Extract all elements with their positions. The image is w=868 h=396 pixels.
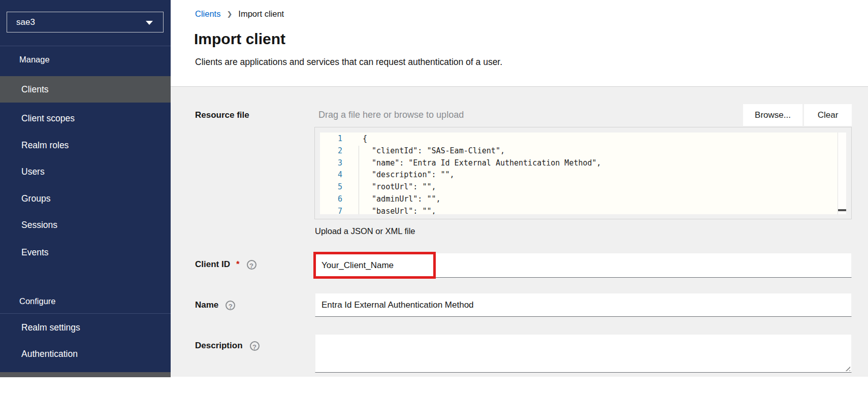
file-drop-zone[interactable]: Drag a file here or browse to upload (318, 104, 464, 126)
nav-group-manage: Manage (19, 55, 50, 64)
label-text: Client ID (195, 259, 230, 270)
description-label: Description ? (195, 341, 260, 351)
browse-button[interactable]: Browse... (743, 104, 802, 126)
sidebar-item-label: Sessions (21, 220, 57, 230)
sidebar-item-label: Events (21, 247, 49, 258)
required-asterisk: * (236, 259, 240, 270)
name-input[interactable]: Entra Id External Authentication Method (315, 293, 852, 317)
chevron-down-icon (146, 21, 153, 25)
line-number: 2 (320, 145, 342, 157)
sidebar-item-label: Realm roles (21, 140, 69, 151)
client-id-label: Client ID * ? (195, 259, 256, 270)
main-content: Clients ❯ Import client Import client Cl… (171, 0, 868, 396)
import-client-form: Resource file Drag a file here or browse… (171, 87, 868, 377)
code-line: 1{ (320, 133, 838, 145)
breadcrumb: Clients ❯ Import client (195, 9, 284, 19)
breadcrumb-clients-link[interactable]: Clients (195, 9, 220, 19)
sidebar-item-label: Realm settings (21, 322, 80, 333)
line-number: 3 (320, 157, 342, 170)
sidebar-item-label: Authentication (21, 349, 78, 359)
sidebar-item-sessions[interactable]: Sessions (0, 212, 171, 238)
label-text: Description (195, 341, 243, 351)
code-line: 4 "description": "", (320, 169, 838, 181)
textarea-resize-grip[interactable] (844, 365, 850, 371)
client-id-value: Your_Client_Name (322, 260, 394, 271)
page-subtitle: Clients are applications and services th… (195, 57, 502, 68)
code-line: 3 "name": "Entra Id External Authenticat… (320, 157, 838, 170)
realm-name: sae3 (16, 17, 35, 27)
resource-file-label: Resource file (195, 110, 249, 120)
label-text: Resource file (195, 110, 249, 120)
sidebar-item-realm-settings[interactable]: Realm settings (0, 314, 171, 341)
nav-group-configure: Configure (19, 296, 56, 306)
sidebar-scrollbar[interactable] (0, 372, 171, 377)
line-text: "rootUrl": "", (342, 181, 436, 193)
sidebar-item-label: Users (21, 167, 45, 177)
line-text: "clientId": "SAS-Eam-Client", (342, 145, 505, 157)
line-number: 1 (320, 133, 342, 145)
line-number: 6 (320, 193, 342, 206)
client-id-input[interactable]: Your_Client_Name (315, 253, 852, 278)
code-line: 6 "adminUrl": "", (320, 193, 838, 206)
keycloak-admin-console: sae3 Manage Clients Client scopes Realm … (0, 0, 868, 396)
sidebar-item-users[interactable]: Users (0, 158, 171, 185)
help-icon[interactable]: ? (226, 301, 235, 310)
code-lines: 1{ 2 "clientId": "SAS-Eam-Client", 3 "na… (320, 133, 838, 214)
line-number: 5 (320, 181, 342, 193)
sidebar-item-events[interactable]: Events (0, 239, 171, 266)
code-line: 2 "clientId": "SAS-Eam-Client", (320, 145, 838, 157)
upload-helper-text: Upload a JSON or XML file (315, 226, 415, 236)
line-text: { (342, 133, 367, 145)
file-drop-placeholder: Drag a file here or browse to upload (318, 110, 464, 120)
sidebar-divider (0, 46, 171, 46)
breadcrumb-current: Import client (238, 9, 284, 19)
sidebar-item-label: Clients (21, 84, 49, 95)
help-icon[interactable]: ? (250, 341, 260, 351)
sidebar-item-realm-roles[interactable]: Realm roles (0, 132, 171, 158)
help-icon[interactable]: ? (247, 260, 256, 270)
label-text: Name (195, 300, 218, 310)
sidebar-item-clients[interactable]: Clients (0, 76, 171, 103)
code-editor[interactable]: 1{ 2 "clientId": "SAS-Eam-Client", 3 "na… (314, 127, 852, 219)
editor-scrollbar-thumb[interactable] (838, 209, 846, 211)
line-text: "adminUrl": "", (342, 193, 441, 206)
breadcrumb-separator-icon: ❯ (227, 10, 232, 18)
editor-scrollbar-track[interactable] (838, 133, 846, 214)
code-editor-content[interactable]: 1{ 2 "clientId": "SAS-Eam-Client", 3 "na… (320, 133, 838, 214)
sidebar-divider (0, 313, 171, 314)
name-value: Entra Id External Authentication Method (322, 300, 474, 310)
line-text: "description": "", (342, 169, 455, 181)
realm-selector[interactable]: sae3 (7, 12, 164, 32)
sidebar-item-client-scopes[interactable]: Client scopes (0, 105, 171, 131)
code-line: 7 "baseUrl": "", (320, 206, 838, 214)
clear-button[interactable]: Clear (804, 104, 852, 126)
line-text: "name": "Entra Id External Authenticatio… (342, 157, 601, 170)
sidebar-item-authentication[interactable]: Authentication (0, 341, 171, 367)
code-line: 5 "rootUrl": "", (320, 181, 838, 193)
line-number: 7 (320, 206, 342, 214)
page-title: Import client (194, 30, 285, 48)
description-input[interactable] (315, 334, 852, 373)
sidebar-item-label: Client scopes (21, 113, 75, 124)
sidebar-item-groups[interactable]: Groups (0, 185, 171, 212)
sidebar: sae3 Manage Clients Client scopes Realm … (0, 0, 171, 372)
line-text: "baseUrl": "", (342, 206, 436, 214)
sidebar-item-label: Groups (21, 193, 50, 204)
line-number: 4 (320, 169, 342, 181)
name-label: Name ? (195, 300, 235, 310)
